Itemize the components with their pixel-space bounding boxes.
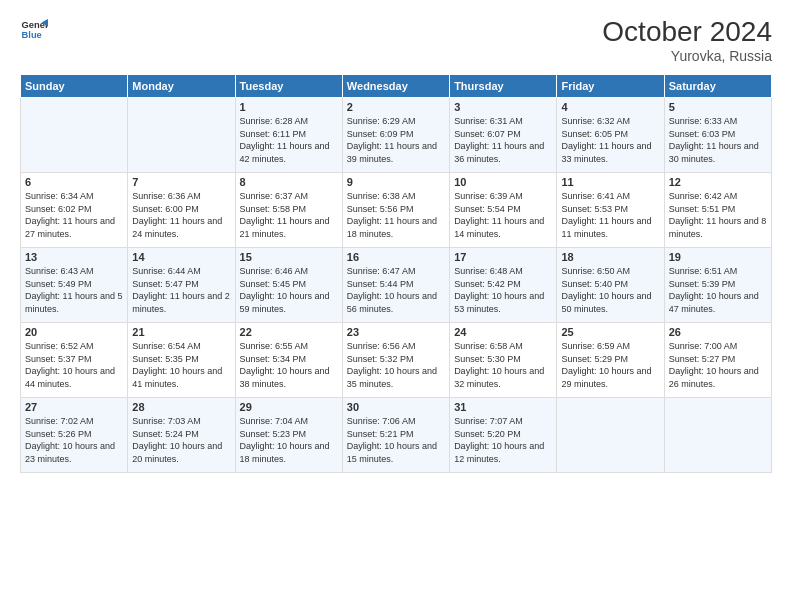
day-number: 29 <box>240 401 338 413</box>
logo: General Blue <box>20 16 48 44</box>
day-info: Sunrise: 7:07 AM Sunset: 5:20 PM Dayligh… <box>454 415 552 465</box>
day-info: Sunrise: 6:55 AM Sunset: 5:34 PM Dayligh… <box>240 340 338 390</box>
weekday-header-row: SundayMondayTuesdayWednesdayThursdayFrid… <box>21 75 772 98</box>
calendar-week-row: 1Sunrise: 6:28 AM Sunset: 6:11 PM Daylig… <box>21 98 772 173</box>
calendar-cell: 20Sunrise: 6:52 AM Sunset: 5:37 PM Dayli… <box>21 323 128 398</box>
weekday-header: Sunday <box>21 75 128 98</box>
day-info: Sunrise: 7:03 AM Sunset: 5:24 PM Dayligh… <box>132 415 230 465</box>
calendar-week-row: 6Sunrise: 6:34 AM Sunset: 6:02 PM Daylig… <box>21 173 772 248</box>
weekday-header: Monday <box>128 75 235 98</box>
calendar-cell: 19Sunrise: 6:51 AM Sunset: 5:39 PM Dayli… <box>664 248 771 323</box>
day-number: 8 <box>240 176 338 188</box>
day-info: Sunrise: 6:59 AM Sunset: 5:29 PM Dayligh… <box>561 340 659 390</box>
page-subtitle: Yurovka, Russia <box>602 48 772 64</box>
day-number: 5 <box>669 101 767 113</box>
calendar-cell: 8Sunrise: 6:37 AM Sunset: 5:58 PM Daylig… <box>235 173 342 248</box>
calendar-cell: 16Sunrise: 6:47 AM Sunset: 5:44 PM Dayli… <box>342 248 449 323</box>
calendar-week-row: 13Sunrise: 6:43 AM Sunset: 5:49 PM Dayli… <box>21 248 772 323</box>
day-info: Sunrise: 6:44 AM Sunset: 5:47 PM Dayligh… <box>132 265 230 315</box>
calendar-cell: 11Sunrise: 6:41 AM Sunset: 5:53 PM Dayli… <box>557 173 664 248</box>
day-number: 22 <box>240 326 338 338</box>
calendar-cell: 24Sunrise: 6:58 AM Sunset: 5:30 PM Dayli… <box>450 323 557 398</box>
day-number: 19 <box>669 251 767 263</box>
day-info: Sunrise: 6:36 AM Sunset: 6:00 PM Dayligh… <box>132 190 230 240</box>
day-number: 15 <box>240 251 338 263</box>
day-info: Sunrise: 6:39 AM Sunset: 5:54 PM Dayligh… <box>454 190 552 240</box>
day-info: Sunrise: 6:48 AM Sunset: 5:42 PM Dayligh… <box>454 265 552 315</box>
calendar-cell <box>21 98 128 173</box>
day-info: Sunrise: 6:58 AM Sunset: 5:30 PM Dayligh… <box>454 340 552 390</box>
weekday-header: Thursday <box>450 75 557 98</box>
day-info: Sunrise: 6:33 AM Sunset: 6:03 PM Dayligh… <box>669 115 767 165</box>
calendar-cell: 26Sunrise: 7:00 AM Sunset: 5:27 PM Dayli… <box>664 323 771 398</box>
day-number: 2 <box>347 101 445 113</box>
calendar-cell: 29Sunrise: 7:04 AM Sunset: 5:23 PM Dayli… <box>235 398 342 473</box>
calendar-cell: 28Sunrise: 7:03 AM Sunset: 5:24 PM Dayli… <box>128 398 235 473</box>
day-info: Sunrise: 6:41 AM Sunset: 5:53 PM Dayligh… <box>561 190 659 240</box>
day-number: 3 <box>454 101 552 113</box>
calendar-cell <box>557 398 664 473</box>
calendar-cell: 25Sunrise: 6:59 AM Sunset: 5:29 PM Dayli… <box>557 323 664 398</box>
day-info: Sunrise: 6:56 AM Sunset: 5:32 PM Dayligh… <box>347 340 445 390</box>
page: General Blue October 2024 Yurovka, Russi… <box>0 0 792 612</box>
calendar-cell: 5Sunrise: 6:33 AM Sunset: 6:03 PM Daylig… <box>664 98 771 173</box>
day-number: 12 <box>669 176 767 188</box>
title-block: October 2024 Yurovka, Russia <box>602 16 772 64</box>
svg-text:Blue: Blue <box>22 30 42 40</box>
day-info: Sunrise: 6:51 AM Sunset: 5:39 PM Dayligh… <box>669 265 767 315</box>
day-number: 9 <box>347 176 445 188</box>
day-info: Sunrise: 6:28 AM Sunset: 6:11 PM Dayligh… <box>240 115 338 165</box>
day-number: 6 <box>25 176 123 188</box>
calendar-cell: 3Sunrise: 6:31 AM Sunset: 6:07 PM Daylig… <box>450 98 557 173</box>
weekday-header: Saturday <box>664 75 771 98</box>
day-number: 14 <box>132 251 230 263</box>
calendar-cell: 6Sunrise: 6:34 AM Sunset: 6:02 PM Daylig… <box>21 173 128 248</box>
weekday-header: Tuesday <box>235 75 342 98</box>
calendar-cell: 15Sunrise: 6:46 AM Sunset: 5:45 PM Dayli… <box>235 248 342 323</box>
calendar-cell: 4Sunrise: 6:32 AM Sunset: 6:05 PM Daylig… <box>557 98 664 173</box>
calendar-week-row: 20Sunrise: 6:52 AM Sunset: 5:37 PM Dayli… <box>21 323 772 398</box>
day-number: 11 <box>561 176 659 188</box>
calendar-cell: 31Sunrise: 7:07 AM Sunset: 5:20 PM Dayli… <box>450 398 557 473</box>
calendar-cell: 17Sunrise: 6:48 AM Sunset: 5:42 PM Dayli… <box>450 248 557 323</box>
day-info: Sunrise: 7:04 AM Sunset: 5:23 PM Dayligh… <box>240 415 338 465</box>
calendar-cell: 2Sunrise: 6:29 AM Sunset: 6:09 PM Daylig… <box>342 98 449 173</box>
day-info: Sunrise: 6:32 AM Sunset: 6:05 PM Dayligh… <box>561 115 659 165</box>
day-number: 16 <box>347 251 445 263</box>
calendar-cell: 18Sunrise: 6:50 AM Sunset: 5:40 PM Dayli… <box>557 248 664 323</box>
day-number: 26 <box>669 326 767 338</box>
day-number: 23 <box>347 326 445 338</box>
day-number: 4 <box>561 101 659 113</box>
day-info: Sunrise: 6:46 AM Sunset: 5:45 PM Dayligh… <box>240 265 338 315</box>
day-info: Sunrise: 6:38 AM Sunset: 5:56 PM Dayligh… <box>347 190 445 240</box>
day-number: 18 <box>561 251 659 263</box>
calendar-cell: 27Sunrise: 7:02 AM Sunset: 5:26 PM Dayli… <box>21 398 128 473</box>
day-info: Sunrise: 6:34 AM Sunset: 6:02 PM Dayligh… <box>25 190 123 240</box>
logo-icon: General Blue <box>20 16 48 44</box>
calendar-week-row: 27Sunrise: 7:02 AM Sunset: 5:26 PM Dayli… <box>21 398 772 473</box>
calendar-cell: 7Sunrise: 6:36 AM Sunset: 6:00 PM Daylig… <box>128 173 235 248</box>
day-number: 25 <box>561 326 659 338</box>
day-number: 10 <box>454 176 552 188</box>
calendar-cell: 9Sunrise: 6:38 AM Sunset: 5:56 PM Daylig… <box>342 173 449 248</box>
day-info: Sunrise: 6:43 AM Sunset: 5:49 PM Dayligh… <box>25 265 123 315</box>
calendar-cell <box>664 398 771 473</box>
day-info: Sunrise: 6:37 AM Sunset: 5:58 PM Dayligh… <box>240 190 338 240</box>
header: General Blue October 2024 Yurovka, Russi… <box>20 16 772 64</box>
day-info: Sunrise: 7:00 AM Sunset: 5:27 PM Dayligh… <box>669 340 767 390</box>
calendar-table: SundayMondayTuesdayWednesdayThursdayFrid… <box>20 74 772 473</box>
calendar-cell: 22Sunrise: 6:55 AM Sunset: 5:34 PM Dayli… <box>235 323 342 398</box>
day-info: Sunrise: 6:47 AM Sunset: 5:44 PM Dayligh… <box>347 265 445 315</box>
day-info: Sunrise: 6:52 AM Sunset: 5:37 PM Dayligh… <box>25 340 123 390</box>
page-title: October 2024 <box>602 16 772 48</box>
calendar-cell: 23Sunrise: 6:56 AM Sunset: 5:32 PM Dayli… <box>342 323 449 398</box>
day-info: Sunrise: 6:54 AM Sunset: 5:35 PM Dayligh… <box>132 340 230 390</box>
day-number: 24 <box>454 326 552 338</box>
day-number: 1 <box>240 101 338 113</box>
calendar-cell: 30Sunrise: 7:06 AM Sunset: 5:21 PM Dayli… <box>342 398 449 473</box>
day-number: 27 <box>25 401 123 413</box>
calendar-cell: 21Sunrise: 6:54 AM Sunset: 5:35 PM Dayli… <box>128 323 235 398</box>
day-info: Sunrise: 6:31 AM Sunset: 6:07 PM Dayligh… <box>454 115 552 165</box>
day-info: Sunrise: 6:42 AM Sunset: 5:51 PM Dayligh… <box>669 190 767 240</box>
day-info: Sunrise: 6:29 AM Sunset: 6:09 PM Dayligh… <box>347 115 445 165</box>
